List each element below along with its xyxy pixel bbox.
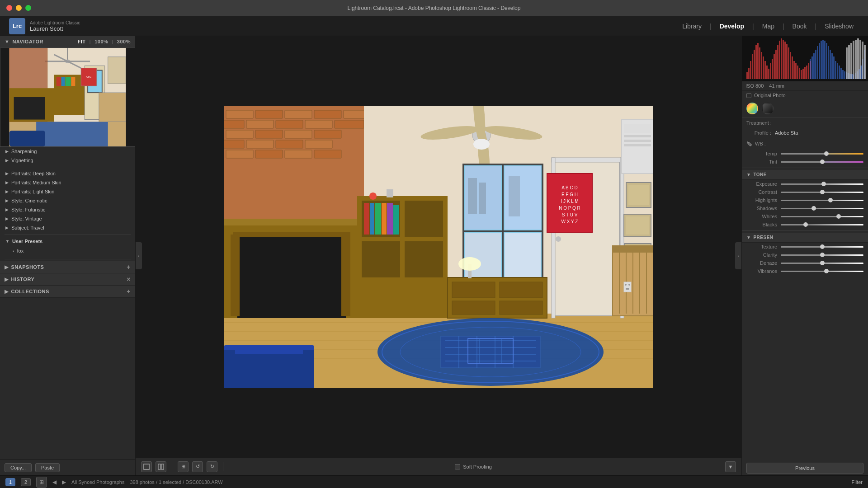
svg-rect-160 (752, 54, 753, 79)
tone-section-header[interactable]: ▼ Tone (742, 170, 868, 180)
nav-map[interactable]: Map (757, 21, 780, 32)
treatment-label: Treatment : (746, 120, 772, 126)
maximize-btn[interactable] (25, 5, 31, 11)
svg-rect-195 (813, 53, 815, 79)
rotate-ccw-btn[interactable]: ↺ (192, 461, 203, 472)
svg-rect-97 (509, 176, 520, 216)
user-presets-header[interactable]: ▼ User Presets (0, 236, 135, 246)
original-photo-checkbox[interactable] (746, 93, 751, 98)
filmstrip-toggle-btn[interactable]: ▼ (725, 461, 736, 472)
svg-rect-73 (362, 241, 400, 277)
photo-container[interactable]: A B C D E F G H I J K L M N O P Q R S T … (136, 36, 741, 457)
left-panel-collapse-btn[interactable]: ‹ (136, 242, 142, 269)
history-header[interactable]: ▶ History × (0, 273, 135, 286)
zoom-300-btn[interactable]: 300% (117, 39, 131, 44)
texture-slider[interactable] (781, 246, 863, 248)
nav-library[interactable]: Library (677, 21, 707, 32)
svg-rect-190 (806, 66, 807, 79)
whites-slider[interactable] (781, 216, 863, 217)
close-btn[interactable] (6, 5, 12, 11)
preset-sharpening[interactable]: ▶ Sharpening (0, 147, 135, 156)
preset-vignetting[interactable]: ▶ Vignetting (0, 156, 135, 165)
svg-rect-210 (840, 68, 842, 79)
snapshots-add-btn[interactable]: + (127, 264, 131, 270)
view-compare-btn[interactable] (156, 461, 166, 472)
grid-btn[interactable]: ⊞ (36, 477, 47, 488)
svg-rect-19 (36, 122, 108, 147)
prev-nav-btn[interactable]: ◀ (52, 479, 57, 485)
zoom-100-btn[interactable]: 100% (94, 39, 108, 44)
temp-slider-row: Temp (742, 150, 868, 158)
highlights-slider[interactable] (781, 200, 863, 201)
tint-slider[interactable] (781, 161, 863, 163)
clarity-slider[interactable] (781, 254, 863, 256)
svg-rect-168 (766, 66, 768, 79)
preset-style-futuristic[interactable]: ▶ Style: Futuristic (0, 205, 135, 214)
svg-rect-227 (853, 41, 854, 79)
bw-circle-btn[interactable] (762, 103, 774, 114)
collections-add-btn[interactable]: + (127, 288, 131, 295)
right-panel-collapse-btn[interactable]: › (735, 242, 741, 269)
nav-develop[interactable]: Develop (714, 21, 750, 32)
svg-rect-82 (387, 189, 393, 197)
svg-rect-80 (393, 205, 399, 235)
color-circle-btn[interactable] (746, 103, 758, 114)
blacks-slider[interactable] (781, 224, 863, 225)
svg-rect-122 (613, 246, 653, 253)
preset-portraits-deep[interactable]: ▶ Portraits: Deep Skin (0, 169, 135, 178)
svg-rect-179 (786, 44, 788, 79)
preset-style-cinematic[interactable]: ▶ Style: Cinematic (0, 196, 135, 205)
navigator-preview: ABC (0, 47, 135, 147)
previous-btn[interactable]: Previous (746, 463, 863, 474)
profile-row: Profile : Adobe Sta (742, 128, 868, 137)
svg-rect-107 (624, 135, 651, 137)
copy-btn[interactable]: Copy... (5, 463, 32, 472)
whites-label: Whites (746, 214, 777, 219)
presence-section-header[interactable]: ▼ Presen (742, 233, 868, 243)
grid-view-btn[interactable]: ⊞ (178, 461, 189, 472)
svg-rect-85 (552, 158, 624, 162)
svg-rect-230 (859, 40, 861, 79)
collections-header[interactable]: ▶ Collections + (0, 286, 135, 298)
history-close-btn[interactable]: × (127, 276, 131, 282)
clarity-slider-row: Clarity (742, 251, 868, 259)
paste-btn[interactable]: Paste (35, 463, 60, 472)
zoom-fit-btn[interactable]: FIT (78, 39, 86, 44)
navigator-header[interactable]: ▼ Navigator FIT | 100% | 300% (0, 36, 135, 47)
page-2-btn[interactable]: 2 (21, 478, 31, 486)
view-single-btn[interactable] (141, 461, 152, 472)
histogram-container (742, 36, 868, 81)
nav-book[interactable]: Book (787, 21, 812, 32)
fox-preset-item[interactable]: ▪ fox (0, 246, 135, 255)
svg-rect-111 (628, 185, 649, 205)
svg-rect-15 (71, 77, 75, 86)
vibrance-slider[interactable] (781, 271, 863, 272)
svg-rect-208 (837, 63, 838, 79)
dehaze-slider[interactable] (781, 263, 863, 264)
svg-text:N O P Q R: N O P Q R (559, 206, 580, 211)
nav-slideshow[interactable]: Slideshow (819, 21, 859, 32)
page-1-btn[interactable]: 1 (5, 478, 15, 486)
minimize-btn[interactable] (16, 5, 22, 11)
preset-style-vintage[interactable]: ▶ Style: Vintage (0, 214, 135, 223)
temp-slider[interactable] (781, 153, 863, 155)
exposure-slider[interactable] (781, 183, 863, 185)
svg-rect-200 (822, 40, 824, 79)
svg-rect-113 (626, 216, 649, 235)
shadows-slider[interactable] (781, 208, 863, 209)
svg-rect-109 (624, 144, 651, 146)
snapshots-header[interactable]: ▶ Snapshots + (0, 261, 135, 273)
soft-proofing-checkbox[interactable] (455, 464, 460, 469)
contrast-slider[interactable] (781, 192, 863, 193)
preset-portraits-light[interactable]: ▶ Portraits: Light Skin (0, 187, 135, 196)
next-nav-btn[interactable]: ▶ (62, 479, 66, 485)
svg-rect-185 (797, 66, 798, 79)
preset-portraits-medium[interactable]: ▶ Portraits: Medium Skin (0, 178, 135, 187)
svg-rect-10 (14, 97, 45, 120)
rotate-cw-btn[interactable]: ↻ (207, 461, 217, 472)
status-bar: 1 2 ⊞ ◀ ▶ All Synced Photographs 398 pho… (0, 475, 868, 488)
svg-rect-149 (624, 282, 631, 292)
preset-subject-travel[interactable]: ▶ Subject: Travel (0, 223, 135, 232)
wb-eyedropper-icon[interactable]: ✎ (746, 139, 752, 148)
svg-rect-42 (246, 140, 274, 148)
